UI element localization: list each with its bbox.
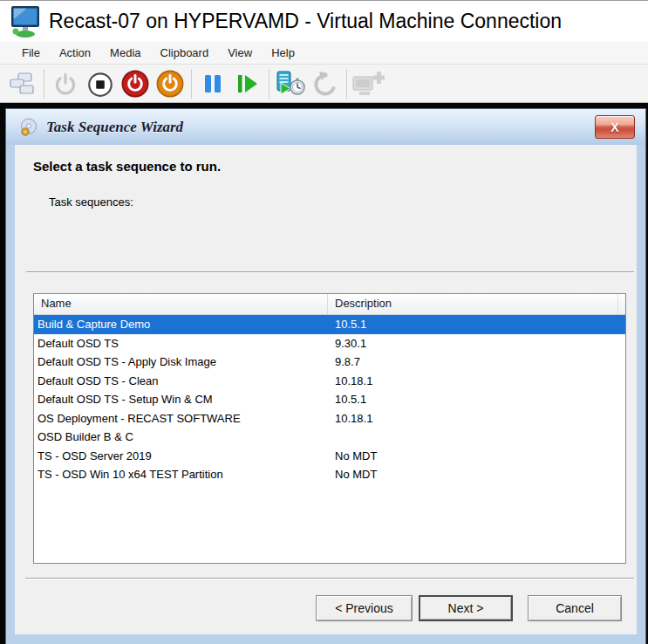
task-sequence-description: 10.18.1 bbox=[328, 372, 625, 391]
enhanced-session-button[interactable] bbox=[351, 66, 385, 101]
dialog-heading: Select a task sequence to run. bbox=[33, 159, 221, 174]
table-row[interactable]: OS Deployment - RECAST SOFTWARE10.18.1 bbox=[34, 409, 625, 428]
window-titlebar[interactable]: Recast-07 on HYPERVAMD - Virtual Machine… bbox=[0, 0, 648, 42]
task-sequence-name: Default OSD TS - Setup Win & CM bbox=[34, 390, 328, 409]
toolbar-separator bbox=[191, 69, 192, 99]
window-title: Recast-07 on HYPERVAMD - Virtual Machine… bbox=[49, 10, 562, 33]
revert-arrow-icon bbox=[310, 70, 340, 98]
start-power-icon bbox=[51, 69, 80, 99]
enhanced-session-icon bbox=[351, 70, 385, 98]
list-header: Name Description bbox=[34, 294, 625, 315]
menu-action[interactable]: Action bbox=[50, 43, 100, 63]
table-row[interactable]: Default OSD TS - Setup Win & CM10.5.1 bbox=[34, 390, 625, 409]
close-button[interactable]: X bbox=[595, 115, 635, 139]
checkpoint-icon bbox=[275, 70, 306, 98]
toolbar-separator bbox=[44, 69, 44, 99]
save-button[interactable] bbox=[153, 66, 188, 101]
menu-help[interactable]: Help bbox=[262, 43, 304, 63]
wizard-icon bbox=[18, 117, 39, 138]
checkpoint-button[interactable] bbox=[273, 66, 308, 101]
reset-button[interactable] bbox=[230, 66, 265, 101]
separator bbox=[25, 578, 634, 579]
table-row[interactable]: TS - OSD Server 2019No MDT bbox=[34, 447, 625, 466]
hyperv-icon bbox=[8, 4, 41, 39]
pause-button[interactable] bbox=[195, 66, 230, 101]
task-sequence-name: OS Deployment - RECAST SOFTWARE bbox=[34, 409, 328, 428]
start-button[interactable] bbox=[48, 66, 83, 101]
task-sequence-description: No MDT bbox=[328, 447, 625, 466]
pause-icon bbox=[199, 70, 227, 98]
menu-clipboard[interactable]: Clipboard bbox=[151, 43, 219, 63]
column-header-name[interactable]: Name bbox=[34, 294, 328, 314]
task-sequence-name: Default OSD TS - Apply Disk Image bbox=[34, 353, 328, 372]
table-row[interactable]: Default OSD TS - Apply Disk Image9.8.7 bbox=[34, 353, 625, 372]
save-power-icon bbox=[154, 68, 186, 99]
toolbar bbox=[0, 65, 648, 103]
shut-down-button[interactable] bbox=[118, 66, 153, 101]
table-row[interactable]: Build & Capture Demo10.5.1 bbox=[34, 315, 625, 334]
ctrl-alt-del-icon bbox=[8, 71, 38, 97]
ctrl-alt-del-button[interactable] bbox=[5, 66, 40, 101]
task-sequence-name: TS - OSD Server 2019 bbox=[34, 447, 328, 466]
separator bbox=[26, 271, 634, 273]
task-sequence-name: Default OSD TS bbox=[34, 334, 328, 353]
menu-file[interactable]: File bbox=[12, 43, 50, 63]
task-sequence-description: 9.8.7 bbox=[328, 353, 625, 372]
task-sequence-name: Build & Capture Demo bbox=[34, 315, 328, 334]
task-sequence-description: 10.18.1 bbox=[328, 409, 625, 428]
column-header-description[interactable]: Description bbox=[328, 294, 618, 314]
task-sequence-name: OSD Builder B & C bbox=[34, 428, 328, 447]
vm-display: Task Sequence Wizard X Select a task seq… bbox=[0, 103, 648, 644]
dialog-titlebar[interactable]: Task Sequence Wizard X bbox=[6, 109, 645, 145]
task-sequence-description: 10.5.1 bbox=[328, 390, 625, 409]
task-sequences-label: Task sequences: bbox=[49, 195, 133, 209]
shut-down-icon bbox=[119, 68, 151, 99]
previous-button[interactable]: < Previous bbox=[316, 595, 413, 621]
task-sequence-rows: Build & Capture Demo10.5.1Default OSD TS… bbox=[34, 315, 625, 484]
menu-view[interactable]: View bbox=[218, 43, 262, 63]
task-sequence-description: 9.30.1 bbox=[328, 334, 625, 353]
dialog-body: Select a task sequence to run. Task sequ… bbox=[15, 145, 637, 634]
revert-button[interactable] bbox=[308, 66, 343, 101]
dialog-title: Task Sequence Wizard bbox=[46, 119, 183, 136]
close-icon: X bbox=[610, 121, 618, 134]
task-sequence-name: TS - OSD Win 10 x64 TEST Partition bbox=[34, 465, 328, 484]
task-sequence-name: Default OSD TS - Clean bbox=[34, 372, 328, 391]
menu-media[interactable]: Media bbox=[100, 43, 150, 63]
task-sequence-list[interactable]: Name Description Build & Capture Demo10.… bbox=[33, 293, 626, 564]
toolbar-separator bbox=[346, 69, 347, 99]
table-row[interactable]: Default OSD TS - Clean10.18.1 bbox=[34, 372, 625, 391]
cancel-button[interactable]: Cancel bbox=[528, 595, 622, 621]
task-sequence-description bbox=[328, 428, 625, 447]
turn-off-button[interactable] bbox=[83, 66, 118, 101]
table-row[interactable]: OSD Builder B & C bbox=[34, 428, 625, 447]
task-sequence-description: 10.5.1 bbox=[328, 315, 625, 334]
table-row[interactable]: TS - OSD Win 10 x64 TEST PartitionNo MDT bbox=[34, 465, 625, 484]
task-sequence-wizard-dialog: Task Sequence Wizard X Select a task seq… bbox=[5, 108, 646, 644]
toolbar-separator bbox=[269, 69, 269, 99]
table-row[interactable]: Default OSD TS9.30.1 bbox=[34, 334, 625, 353]
task-sequence-description: No MDT bbox=[328, 465, 625, 484]
reset-play-icon bbox=[234, 70, 262, 98]
next-button[interactable]: Next > bbox=[419, 595, 513, 621]
menu-bar: File Action Media Clipboard View Help bbox=[0, 42, 648, 65]
turn-off-icon bbox=[85, 69, 115, 99]
